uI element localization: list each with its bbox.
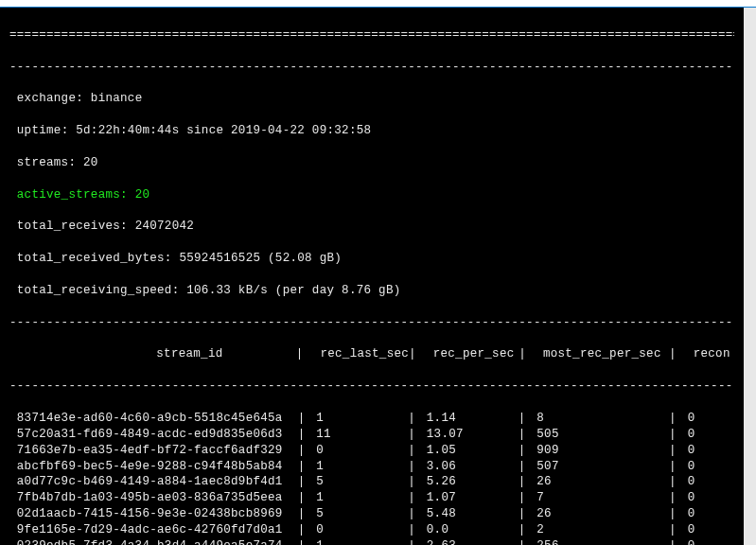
cell-recon: 0	[680, 538, 734, 545]
cell-rec-per-sec: 3.06	[419, 459, 519, 475]
info-line-active-streams: active_streams: 20	[9, 187, 734, 203]
cell-stream-id: 0239edb5-7fd3-4a34-b3d4-a449ea5e7a74	[9, 538, 298, 545]
table-row: 0239edb5-7fd3-4a34-b3d4-a449ea5e7a74| 1|…	[9, 538, 734, 545]
cell-rec-last-sec: 5	[308, 506, 408, 522]
cell-most-rec-per-sec: 505	[530, 427, 670, 443]
table-row: 83714e3e-ad60-4c60-a9cb-5518c45e645a| 1|…	[9, 411, 734, 427]
cell-most-rec-per-sec: 7	[530, 490, 670, 506]
cell-rec-per-sec: 1.05	[419, 443, 519, 459]
header-rec-last-sec: rec_last_sec	[308, 346, 409, 362]
window-titlebar	[0, 0, 756, 8]
header-rec-per-sec: rec_per_sec	[420, 346, 519, 362]
cell-stream-id: 9fe1165e-7d29-4adc-ae6c-42760fd7d0a1	[9, 522, 298, 538]
cell-rec-per-sec: 0.0	[419, 522, 519, 538]
cell-most-rec-per-sec: 2	[530, 522, 670, 538]
info-line-speed: total_receiving_speed: 106.33 kB/s (per …	[9, 283, 734, 299]
cell-recon: 0	[680, 474, 734, 490]
cell-most-rec-per-sec: 507	[530, 459, 670, 475]
cell-most-rec-per-sec: 26	[530, 474, 670, 490]
table-row: a0d77c9c-b469-4149-a884-1aec8d9bf4d1| 5|…	[9, 474, 734, 490]
table-row: 7fb4b7db-1a03-495b-ae03-836a735d5eea| 1|…	[9, 490, 734, 506]
separator-dashes: ----------------------------------------…	[9, 378, 734, 395]
cell-stream-id: 57c20a31-fd69-4849-acdc-ed9d835e06d3	[9, 427, 298, 443]
info-line-total-bytes: total_received_bytes: 55924516525 (52.08…	[9, 251, 734, 267]
cell-rec-last-sec: 1	[308, 490, 408, 506]
cell-rec-last-sec: 1	[308, 459, 408, 475]
cell-stream-id: abcfbf69-bec5-4e9e-9288-c94f48b5ab84	[9, 459, 298, 475]
separator-dashes: ----------------------------------------…	[9, 60, 734, 76]
cell-recon: 0	[680, 522, 734, 538]
table-row: 71663e7b-ea35-4edf-bf72-faccf6adf329| 0|…	[9, 443, 734, 459]
cell-recon: 0	[680, 459, 734, 475]
table-header: stream_id| rec_last_sec| rec_per_sec| mo…	[9, 346, 734, 362]
cell-rec-per-sec: 1.14	[419, 411, 519, 427]
info-line-total-receives: total_receives: 24072042	[9, 219, 734, 235]
terminal-output[interactable]: ========================================…	[0, 8, 744, 545]
cell-recon: 0	[680, 443, 734, 459]
cell-recon: 0	[680, 506, 734, 522]
header-most-rec-per-sec: most_rec_per_sec	[530, 346, 669, 362]
info-line-uptime: uptime: 5d:22h:40m:44s since 2019-04-22 …	[9, 123, 734, 139]
cell-stream-id: 83714e3e-ad60-4c60-a9cb-5518c45e645a	[9, 411, 298, 427]
cell-most-rec-per-sec: 909	[530, 443, 670, 459]
header-recon: recon	[680, 346, 734, 362]
separator-dashes: ----------------------------------------…	[9, 315, 734, 331]
cell-recon: 0	[680, 411, 734, 427]
cell-rec-per-sec: 5.48	[419, 506, 519, 522]
header-stream-id: stream_id	[9, 346, 296, 362]
cell-rec-per-sec: 13.07	[419, 427, 519, 443]
cell-rec-last-sec: 11	[308, 427, 408, 443]
cell-rec-last-sec: 1	[308, 411, 408, 427]
cell-stream-id: a0d77c9c-b469-4149-a884-1aec8d9bf4d1	[9, 474, 298, 490]
cell-most-rec-per-sec: 8	[530, 411, 670, 427]
cell-most-rec-per-sec: 256	[530, 538, 670, 545]
cell-rec-last-sec: 5	[308, 474, 408, 490]
table-row: 57c20a31-fd69-4849-acdc-ed9d835e06d3| 11…	[9, 427, 734, 443]
table-row: 9fe1165e-7d29-4adc-ae6c-42760fd7d0a1| 0|…	[9, 522, 734, 538]
cell-stream-id: 7fb4b7db-1a03-495b-ae03-836a735d5eea	[9, 490, 298, 506]
table-row: abcfbf69-bec5-4e9e-9288-c94f48b5ab84| 1|…	[9, 459, 734, 475]
cell-rec-per-sec: 2.63	[419, 538, 519, 545]
cell-rec-per-sec: 5.26	[419, 474, 519, 490]
cell-stream-id: 71663e7b-ea35-4edf-bf72-faccf6adf329	[9, 443, 298, 459]
cell-recon: 0	[680, 427, 734, 443]
cell-stream-id: 02d1aacb-7415-4156-9e3e-02438bcb8969	[9, 506, 298, 522]
separator-equals: ========================================…	[9, 27, 734, 44]
cell-recon: 0	[680, 490, 734, 506]
cell-most-rec-per-sec: 26	[530, 506, 670, 522]
info-line-streams: streams: 20	[9, 155, 734, 171]
cell-rec-last-sec: 1	[308, 538, 408, 545]
cell-rec-per-sec: 1.07	[419, 490, 519, 506]
table-body: 83714e3e-ad60-4c60-a9cb-5518c45e645a| 1|…	[9, 411, 734, 545]
cell-rec-last-sec: 0	[308, 522, 408, 538]
cell-rec-last-sec: 0	[308, 443, 408, 459]
info-line-exchange: exchange: binance	[9, 91, 734, 107]
table-row: 02d1aacb-7415-4156-9e3e-02438bcb8969| 5|…	[9, 506, 734, 522]
